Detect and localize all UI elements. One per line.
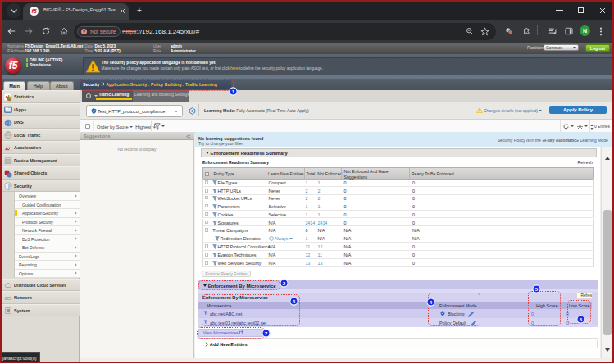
svg-text:1: 1 <box>232 89 235 94</box>
svg-text:2: 2 <box>282 280 285 286</box>
svg-text:6: 6 <box>579 316 582 321</box>
svg-text:4: 4 <box>429 299 432 305</box>
svg-text:7: 7 <box>265 330 268 336</box>
svg-text:3: 3 <box>292 298 295 303</box>
svg-text:5: 5 <box>534 286 538 292</box>
